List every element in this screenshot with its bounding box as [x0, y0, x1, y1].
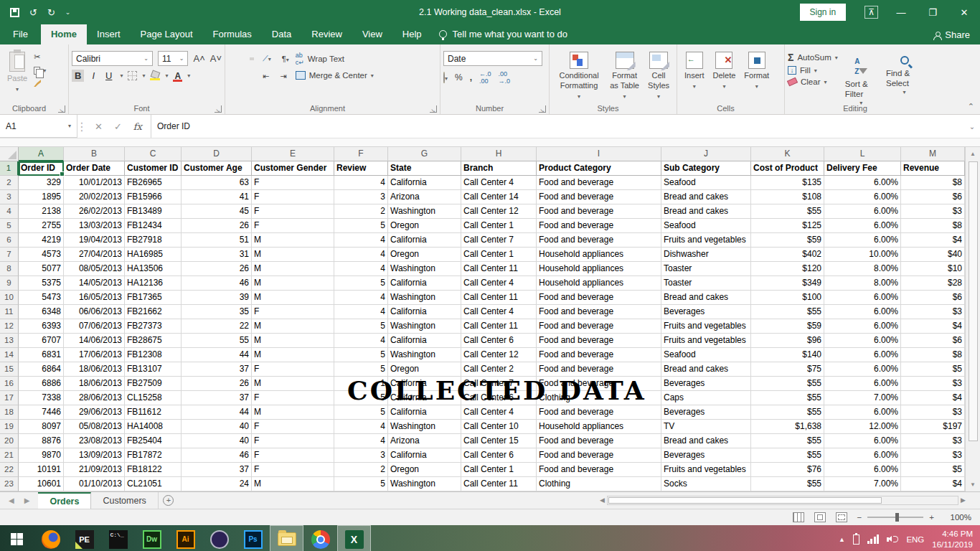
- column-header-D[interactable]: D: [182, 147, 252, 161]
- cell-E22[interactable]: F: [252, 463, 334, 477]
- cell-M14[interactable]: $8: [901, 348, 965, 362]
- align-center-button[interactable]: [239, 75, 243, 78]
- cell-A11[interactable]: 6348: [19, 305, 64, 319]
- cell-I12[interactable]: Food and beverage: [537, 319, 661, 334]
- share-button[interactable]: Share: [933, 29, 970, 40]
- cell-G9[interactable]: California: [388, 276, 461, 291]
- cell-J3[interactable]: Bread and cakes: [661, 190, 751, 204]
- cell-K20[interactable]: $55: [751, 434, 824, 448]
- sheet-tab-customers[interactable]: Customers: [91, 492, 158, 509]
- column-header-E[interactable]: E: [252, 147, 334, 161]
- cell-L9[interactable]: 8.00%: [824, 276, 901, 291]
- column-header-B[interactable]: B: [64, 147, 125, 161]
- cell-F8[interactable]: 4: [334, 262, 388, 276]
- cell-D8[interactable]: 26: [182, 262, 252, 276]
- cell-M8[interactable]: $10: [901, 262, 965, 276]
- cell-G1[interactable]: State: [388, 161, 461, 176]
- cell-E21[interactable]: F: [252, 448, 334, 463]
- insert-cells-button[interactable]: Insert▾: [680, 49, 709, 93]
- cell-L22[interactable]: 6.00%: [824, 463, 901, 477]
- illustrator-taskbar-icon[interactable]: Ai: [169, 525, 202, 551]
- cell-M23[interactable]: $4: [901, 477, 965, 491]
- cell-B6[interactable]: 19/04/2013: [64, 233, 125, 248]
- cell-A7[interactable]: 4573: [19, 248, 64, 262]
- vertical-scrollbar[interactable]: ▲ ▼: [965, 147, 980, 491]
- cell-F16[interactable]: 1: [334, 377, 388, 391]
- cell-D4[interactable]: 45: [182, 204, 252, 219]
- eclipse-taskbar-icon[interactable]: [202, 525, 236, 551]
- find-select-button[interactable]: Find & Select▾: [886, 56, 923, 107]
- row-header-3[interactable]: 3: [0, 190, 19, 204]
- cell-B21[interactable]: 13/09/2013: [64, 448, 125, 463]
- row-header-11[interactable]: 11: [0, 305, 19, 319]
- cell-L6[interactable]: 6.00%: [824, 233, 901, 248]
- cell-I22[interactable]: Food and beverage: [537, 463, 661, 477]
- cell-M17[interactable]: $4: [901, 391, 965, 405]
- cell-H1[interactable]: Branch: [461, 161, 537, 176]
- cell-L2[interactable]: 6.00%: [824, 176, 901, 190]
- cell-G8[interactable]: Washington: [388, 262, 461, 276]
- column-header-J[interactable]: J: [661, 147, 751, 161]
- cell-F15[interactable]: 5: [334, 362, 388, 377]
- cell-I1[interactable]: Product Category: [537, 161, 661, 176]
- cell-C8[interactable]: HA13506: [125, 262, 182, 276]
- cell-C22[interactable]: FB18122: [125, 463, 182, 477]
- network-signal-icon[interactable]: [867, 534, 880, 544]
- cell-D2[interactable]: 63: [182, 176, 252, 190]
- cell-A9[interactable]: 5375: [19, 276, 64, 291]
- cell-E6[interactable]: M: [252, 233, 334, 248]
- cell-I11[interactable]: Food and beverage: [537, 305, 661, 319]
- cell-J16[interactable]: Beverages: [661, 377, 751, 391]
- cell-C10[interactable]: FB17365: [125, 291, 182, 305]
- cell-G22[interactable]: Oregon: [388, 463, 461, 477]
- cell-F18[interactable]: 5: [334, 405, 388, 420]
- column-header-C[interactable]: C: [125, 147, 182, 161]
- row-header-1[interactable]: 1: [0, 161, 19, 176]
- cell-M13[interactable]: $6: [901, 334, 965, 348]
- cell-M11[interactable]: $3: [901, 305, 965, 319]
- row-header-12[interactable]: 12: [0, 319, 19, 334]
- cell-E20[interactable]: F: [252, 434, 334, 448]
- scroll-right-icon[interactable]: ▶: [961, 496, 966, 504]
- cell-D14[interactable]: 44: [182, 348, 252, 362]
- cell-L10[interactable]: 6.00%: [824, 291, 901, 305]
- cell-M2[interactable]: $8: [901, 176, 965, 190]
- cell-F23[interactable]: 5: [334, 477, 388, 491]
- cell-F17[interactable]: 5: [334, 391, 388, 405]
- cell-G12[interactable]: Washington: [388, 319, 461, 334]
- column-header-I[interactable]: I: [537, 147, 661, 161]
- cell-D13[interactable]: 55: [182, 334, 252, 348]
- format-cells-button[interactable]: Format▾: [740, 49, 773, 93]
- cell-D10[interactable]: 39: [182, 291, 252, 305]
- cell-H14[interactable]: Call Center 12: [461, 348, 537, 362]
- middle-align-button[interactable]: [239, 57, 243, 60]
- cell-F20[interactable]: 4: [334, 434, 388, 448]
- cell-L14[interactable]: 6.00%: [824, 348, 901, 362]
- cell-B3[interactable]: 20/02/2013: [64, 190, 125, 204]
- font-size-select[interactable]: 11⌄: [158, 51, 188, 66]
- cell-I7[interactable]: Household appliances: [537, 248, 661, 262]
- cell-K6[interactable]: $59: [751, 233, 824, 248]
- cell-M1[interactable]: Revenue: [901, 161, 965, 176]
- cell-J4[interactable]: Bread and cakes: [661, 204, 751, 219]
- cell-G13[interactable]: California: [388, 334, 461, 348]
- ribbon-tab-home[interactable]: Home: [41, 24, 87, 44]
- cell-J8[interactable]: Toaster: [661, 262, 751, 276]
- cell-G15[interactable]: Oregon: [388, 362, 461, 377]
- format-as-table-button[interactable]: Format as Table▾: [606, 49, 644, 103]
- cell-E10[interactable]: M: [252, 291, 334, 305]
- cell-G3[interactable]: Arizona: [388, 190, 461, 204]
- percent-style-button[interactable]: %: [455, 72, 463, 83]
- ribbon-tab-page-layout[interactable]: Page Layout: [131, 24, 203, 44]
- tell-me-box[interactable]: Tell me what you want to do: [432, 29, 575, 44]
- cell-J1[interactable]: Sub Category: [661, 161, 751, 176]
- cell-H18[interactable]: Call Center 4: [461, 405, 537, 420]
- align-left-button[interactable]: [228, 75, 232, 78]
- cell-E17[interactable]: F: [252, 391, 334, 405]
- cell-B7[interactable]: 27/04/2013: [64, 248, 125, 262]
- customize-qat-icon[interactable]: ⌄: [65, 9, 71, 16]
- cell-K2[interactable]: $135: [751, 176, 824, 190]
- cell-M18[interactable]: $3: [901, 405, 965, 420]
- cell-F6[interactable]: 4: [334, 233, 388, 248]
- expand-formula-bar-icon[interactable]: ⌄: [964, 115, 980, 138]
